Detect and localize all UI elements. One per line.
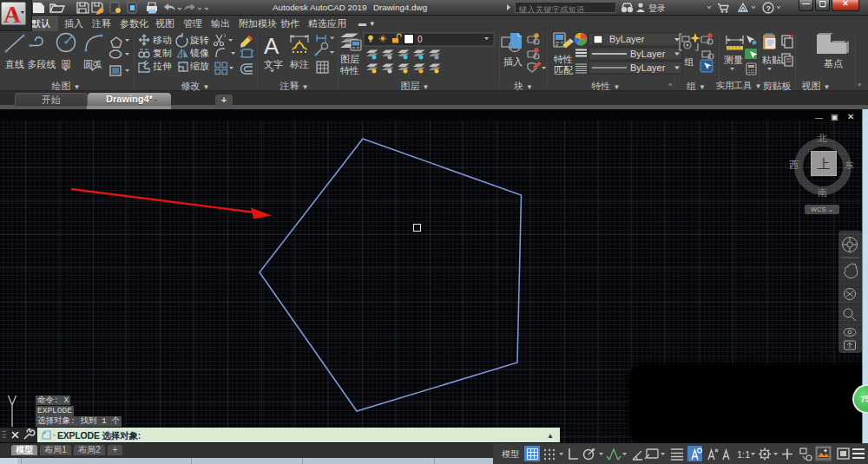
svg-text:1:1: 1:1 (737, 449, 750, 460)
svg-text:模型: 模型 (502, 449, 519, 459)
svg-text:A: A (3, 1, 22, 28)
svg-text:?: ? (766, 4, 772, 13)
svg-text:0: 0 (418, 35, 423, 44)
svg-text:ByLayer: ByLayer (609, 34, 645, 44)
svg-text:A: A (264, 33, 279, 59)
svg-text:ByLayer: ByLayer (630, 49, 666, 59)
svg-text:ByLayer: ByLayer (630, 62, 666, 73)
